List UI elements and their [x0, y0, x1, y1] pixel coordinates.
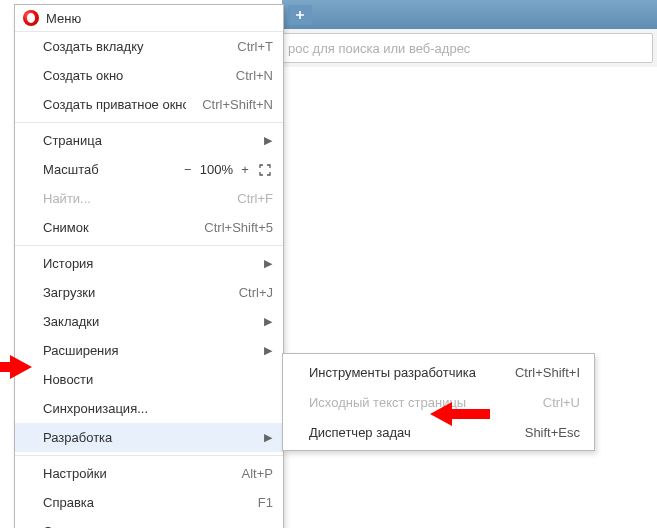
address-placeholder: рос для поиска или веб-адрес [288, 41, 470, 56]
menu-item-downloads[interactable]: Загрузки Ctrl+J [15, 278, 283, 307]
chevron-right-icon: ▶ [263, 134, 273, 147]
page-content [282, 67, 657, 528]
submenu-item-task-manager[interactable]: Диспетчер задач Shift+Esc [283, 417, 594, 447]
menu-separator [15, 245, 283, 246]
zoom-in-button[interactable]: + [237, 162, 253, 178]
menu-item-find: Найти... Ctrl+F [15, 184, 283, 213]
menu-item-page[interactable]: Страница ▶ [15, 126, 283, 155]
menu-item-news[interactable]: Новости [15, 365, 283, 394]
menu-item-settings[interactable]: Настройки Alt+P [15, 459, 283, 488]
main-menu: Меню Создать вкладку Ctrl+T Создать окно… [14, 4, 284, 528]
tab-strip [282, 0, 657, 30]
fullscreen-button[interactable] [257, 162, 273, 178]
chevron-right-icon: ▶ [263, 344, 273, 357]
menu-header[interactable]: Меню [15, 5, 283, 32]
menu-separator [15, 122, 283, 123]
menu-separator [15, 455, 283, 456]
submenu-item-view-source: Исходный текст страницы Ctrl+U [283, 387, 594, 417]
opera-icon [23, 10, 39, 26]
menu-item-extensions[interactable]: Расширения ▶ [15, 336, 283, 365]
toolbar: рос для поиска или веб-адрес [282, 29, 657, 68]
menu-item-new-private-window[interactable]: Создать приватное окно Ctrl+Shift+N [15, 90, 283, 119]
chevron-right-icon: ▶ [263, 315, 273, 328]
menu-item-help[interactable]: Справка F1 [15, 488, 283, 517]
menu-item-new-tab[interactable]: Создать вкладку Ctrl+T [15, 32, 283, 61]
menu-item-history[interactable]: История ▶ [15, 249, 283, 278]
chevron-right-icon: ▶ [263, 431, 273, 444]
menu-item-sync[interactable]: Синхронизация... [15, 394, 283, 423]
menu-item-developer[interactable]: Разработка ▶ [15, 423, 283, 452]
menu-item-about[interactable]: О программе [15, 517, 283, 528]
menu-title: Меню [46, 11, 81, 26]
plus-icon [295, 10, 305, 20]
menu-item-snapshot[interactable]: Снимок Ctrl+Shift+5 [15, 213, 283, 242]
fullscreen-icon [259, 164, 271, 176]
new-tab-button[interactable] [288, 5, 312, 25]
zoom-value: 100% [200, 162, 233, 177]
menu-item-bookmarks[interactable]: Закладки ▶ [15, 307, 283, 336]
zoom-out-button[interactable]: − [180, 162, 196, 178]
submenu-item-devtools[interactable]: Инструменты разработчика Ctrl+Shift+I [283, 357, 594, 387]
menu-item-new-window[interactable]: Создать окно Ctrl+N [15, 61, 283, 90]
address-bar[interactable]: рос для поиска или веб-адрес [282, 33, 653, 63]
developer-submenu: Инструменты разработчика Ctrl+Shift+I Ис… [282, 353, 595, 451]
menu-item-zoom[interactable]: Масштаб − 100% + [15, 155, 283, 184]
chevron-right-icon: ▶ [263, 257, 273, 270]
